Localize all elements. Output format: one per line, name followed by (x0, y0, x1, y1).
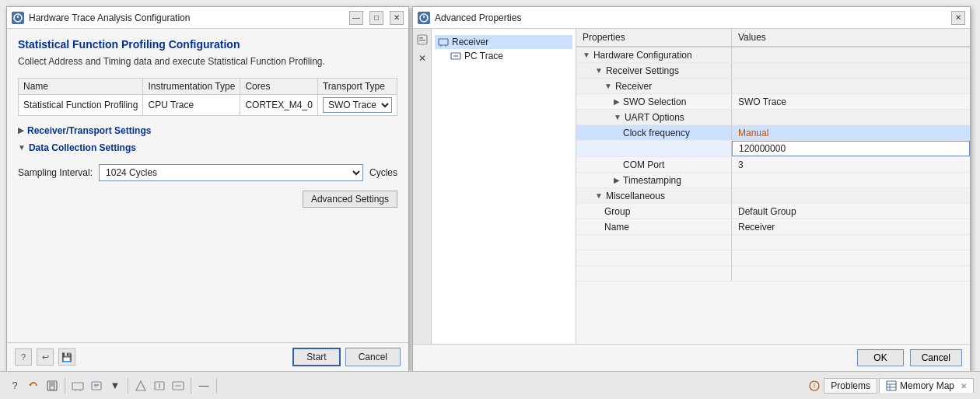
com-port-name: COM Port (576, 157, 732, 172)
taskbar-icon-9[interactable] (170, 377, 187, 394)
misc-arrow[interactable]: ▼ (595, 191, 603, 200)
taskbar-sep-1 (65, 378, 65, 394)
tab-problems[interactable]: Problems (824, 378, 877, 394)
section-receiver-settings: ▼ Receiver Settings (576, 63, 970, 79)
clock-val-value[interactable]: 120000000 (732, 141, 970, 156)
taskbar-tabs: ! Problems Memory Map ✕ (808, 378, 974, 394)
tree-panel: ✕ Receiver PC Trace (413, 29, 576, 344)
taskbar-help-icon[interactable]: ? (6, 377, 23, 394)
tree-item-receiver[interactable]: Receiver (435, 35, 572, 49)
svg-rect-29 (887, 381, 896, 390)
svg-rect-14 (49, 381, 55, 385)
footer-right-buttons: Start Cancel (292, 348, 401, 366)
right-dialog-content: ✕ Receiver PC Trace Prope (413, 29, 970, 344)
hardware-config-name: ▼ Hardware Configuration (576, 47, 732, 62)
advanced-props-icon (418, 12, 430, 24)
cell-name: Statistical Function Profiling (19, 94, 143, 115)
timestamping-name: ▶ Timestamping (576, 173, 732, 187)
prop-row-empty-1 (576, 235, 970, 250)
cell-instrumentation: CPU Trace (143, 94, 240, 115)
description-text: Collect Address and Timing data and exec… (18, 55, 397, 68)
section-hardware-config: ▼ Hardware Configuration (576, 47, 970, 63)
sampling-label: Sampling Interval: (18, 167, 93, 178)
name-prop-value: Receiver (732, 219, 970, 234)
right-cancel-button[interactable]: Cancel (910, 349, 962, 366)
section-misc: ▼ Miscellaneous (576, 188, 970, 204)
svg-rect-16 (72, 383, 83, 390)
uart-arrow[interactable]: ▼ (614, 113, 621, 121)
table-row: Statistical Function Profiling CPU Trace… (19, 94, 397, 115)
misc-name: ▼ Miscellaneous (576, 188, 732, 203)
sampling-select[interactable]: 1024 Cycles 512 Cycles 2048 Cycles (99, 164, 363, 181)
taskbar-reset-icon[interactable] (25, 377, 42, 394)
footer-left-icons: ? ↩ 💾 (15, 348, 75, 366)
svg-marker-12 (29, 384, 32, 386)
receiver-section-label: Receiver/Transport Settings (27, 125, 151, 136)
reset-icon-button[interactable]: ↩ (37, 348, 54, 366)
cell-cores: CORTEX_M4_0 (240, 94, 318, 115)
maximize-button[interactable]: □ (369, 11, 383, 25)
props-panel: Properties Values ▼ Hardware Configurati… (576, 29, 970, 344)
receiver-sub-value (732, 79, 970, 93)
right-dialog: Advanced Properties ✕ ✕ Receiver (412, 6, 971, 372)
hardware-config-arrow[interactable]: ▼ (583, 51, 590, 59)
help-icon-button[interactable]: ? (15, 348, 32, 366)
group-value: Default Group (732, 204, 970, 219)
taskbar-icon-8[interactable] (151, 377, 168, 394)
tree-action-2[interactable]: ✕ (415, 51, 430, 66)
taskbar-icon-5[interactable] (88, 377, 105, 394)
advanced-settings-button[interactable]: Advanced Settings (303, 191, 397, 208)
prop-row-clock-freq: Clock frequency Manual (576, 125, 970, 141)
right-dialog-title: Advanced Properties (435, 12, 945, 23)
ok-button[interactable]: OK (857, 349, 903, 366)
transport-select[interactable]: SWO Trace (323, 97, 392, 113)
prop-row-timestamping: ▶ Timestamping (576, 173, 970, 188)
tree-items: Receiver PC Trace (435, 32, 572, 63)
left-dialog-content: Statistical Function Profiling Configura… (7, 29, 408, 342)
group-name: Group (576, 204, 732, 219)
cancel-button[interactable]: Cancel (345, 348, 401, 366)
config-table: Name Instrumentation Type Cores Transpor… (18, 78, 397, 116)
misc-value (732, 188, 970, 203)
swo-expand-arrow[interactable]: ▶ (614, 97, 620, 106)
receiver-sub-name: ▼ Receiver (576, 79, 732, 93)
left-dialog-title: Hardware Trace Analysis Configuration (29, 12, 343, 23)
taskbar-icon-10[interactable]: — (195, 377, 212, 394)
tree-action-1[interactable] (415, 32, 430, 47)
data-collection-header[interactable]: ▼ Data Collection Settings (18, 142, 397, 153)
receiver-section-header[interactable]: ▶ Receiver/Transport Settings (18, 125, 397, 136)
clock-freq-name: Clock frequency (576, 125, 732, 140)
props-rows: ▼ Hardware Configuration ▼ Receiver Sett… (576, 47, 970, 344)
cycles-label: Cycles (369, 167, 397, 178)
taskbar-icon-6[interactable]: ▼ (107, 377, 124, 394)
data-collection-arrow: ▼ (18, 143, 26, 152)
prop-row-group: Group Default Group (576, 204, 970, 219)
svg-rect-15 (50, 386, 54, 390)
prop-row-com-port: COM Port 3 (576, 157, 970, 173)
timestamping-arrow[interactable]: ▶ (614, 176, 620, 184)
receiver-settings-arrow[interactable]: ▼ (595, 66, 603, 75)
uart-value (732, 110, 970, 124)
taskbar-icon-4[interactable] (69, 377, 86, 394)
start-button[interactable]: Start (292, 348, 340, 366)
tab-memory-map[interactable]: Memory Map ✕ (879, 378, 974, 393)
save-icon-button[interactable]: 💾 (58, 348, 75, 366)
props-header: Properties Values (576, 29, 970, 47)
taskbar-save-icon[interactable] (44, 377, 61, 394)
tree-sidebar: ✕ (413, 29, 432, 344)
close-button[interactable]: ✕ (390, 11, 404, 25)
col-name: Name (19, 78, 143, 94)
col-cores: Cores (240, 78, 318, 94)
swo-value: SWO Trace (732, 94, 970, 109)
tab-memory-map-close[interactable]: ✕ (961, 382, 967, 390)
left-dialog-titlebar: Hardware Trace Analysis Configuration — … (7, 7, 408, 29)
receiver-sub-arrow[interactable]: ▼ (604, 82, 612, 90)
right-close-button[interactable]: ✕ (951, 11, 965, 25)
svg-rect-5 (419, 37, 423, 39)
left-dialog: Hardware Trace Analysis Configuration — … (6, 6, 409, 372)
taskbar-icon-7[interactable] (132, 377, 149, 394)
tree-item-pctrace[interactable]: PC Trace (435, 49, 572, 63)
minimize-button[interactable]: — (349, 11, 363, 25)
col-values: Values (732, 29, 970, 47)
right-dialog-footer: OK Cancel (413, 344, 970, 371)
